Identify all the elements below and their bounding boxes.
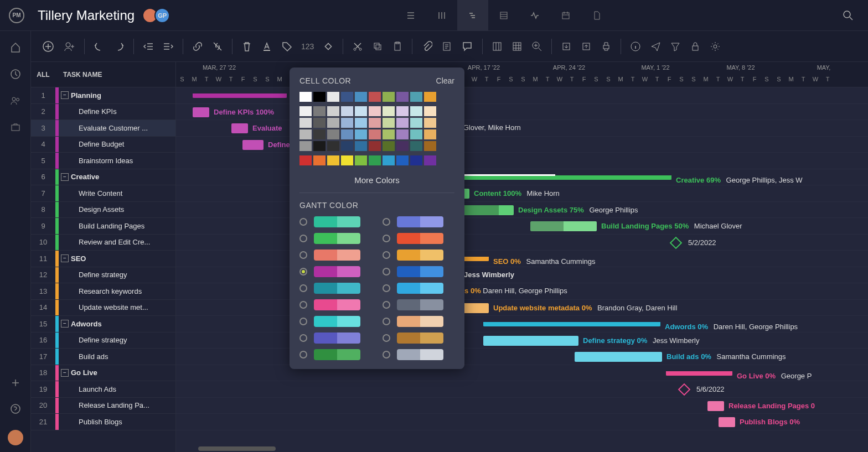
color-swatch[interactable] (327, 155, 339, 165)
color-swatch[interactable] (355, 155, 367, 165)
radio-icon[interactable] (383, 351, 390, 359)
help-icon[interactable] (10, 403, 21, 414)
gantt-task-bar[interactable]: Publish Blogs 0% (719, 417, 735, 427)
app-logo[interactable]: PM (9, 8, 24, 23)
task-row[interactable]: 5Brainstorm Ideas (31, 153, 175, 169)
gantt-color-option[interactable] (299, 266, 371, 277)
info-icon[interactable] (630, 41, 641, 52)
color-swatch[interactable] (341, 92, 353, 102)
color-swatch[interactable] (410, 155, 422, 165)
color-swatch[interactable] (383, 106, 395, 116)
view-activity-icon[interactable] (519, 0, 550, 31)
task-row[interactable]: 18−Go Live (31, 365, 175, 382)
gantt-color-option[interactable] (299, 233, 371, 244)
color-swatch[interactable] (327, 92, 339, 102)
color-swatch[interactable] (355, 141, 367, 151)
add-icon[interactable] (11, 378, 20, 388)
collapse-icon[interactable]: − (61, 91, 69, 99)
color-swatch[interactable] (355, 129, 367, 139)
avatar[interactable]: GP (154, 8, 170, 23)
color-swatch[interactable] (299, 92, 312, 102)
view-list-icon[interactable] (395, 0, 426, 31)
home-icon[interactable] (10, 42, 21, 53)
color-swatch[interactable] (327, 141, 339, 151)
gantt-color-option[interactable] (299, 332, 371, 344)
collapse-icon[interactable]: − (61, 320, 69, 328)
color-swatch[interactable] (410, 118, 422, 128)
radio-icon[interactable] (299, 251, 307, 259)
color-swatch[interactable] (327, 129, 339, 139)
gantt-summary-bar[interactable] (193, 93, 287, 98)
add-task-icon[interactable] (42, 40, 54, 53)
gantt-color-option[interactable] (383, 266, 454, 277)
task-row[interactable]: 1−Planning (31, 87, 175, 104)
radio-icon[interactable] (299, 334, 307, 342)
radio-icon[interactable] (299, 318, 307, 325)
color-swatch[interactable] (299, 141, 312, 151)
color-swatch[interactable] (299, 106, 312, 116)
color-swatch[interactable] (396, 92, 409, 102)
gantt-color-option[interactable] (299, 283, 371, 294)
color-swatch[interactable] (369, 92, 381, 102)
task-row[interactable]: 19Launch Ads (31, 381, 175, 398)
columns-icon[interactable] (492, 41, 503, 52)
milestone-icon[interactable] (678, 383, 691, 396)
project-title[interactable]: Tillery Marketing (38, 8, 135, 23)
color-swatch[interactable] (369, 118, 381, 128)
task-row[interactable]: 13Research keywords (31, 283, 175, 300)
gantt-color-option[interactable] (383, 316, 454, 327)
color-swatch[interactable] (327, 106, 339, 116)
color-swatch[interactable] (327, 118, 339, 128)
copy-icon[interactable] (372, 41, 383, 52)
radio-icon[interactable] (299, 268, 307, 276)
task-row[interactable]: 16Define strategy (31, 332, 175, 349)
gantt-color-option[interactable] (299, 349, 371, 360)
color-swatch[interactable] (410, 106, 422, 116)
send-icon[interactable] (650, 41, 661, 52)
task-row[interactable]: 3Evaluate Customer ... (31, 120, 175, 137)
redo-icon[interactable] (113, 41, 125, 52)
color-swatch[interactable] (383, 141, 395, 151)
gantt-task-bar[interactable]: Define strategy 0% Jess Wimberly (483, 336, 578, 346)
user-avatar[interactable] (8, 430, 23, 445)
text-color-icon[interactable] (261, 41, 272, 52)
column-header-all[interactable]: ALL (31, 71, 55, 79)
tag-icon[interactable] (281, 41, 292, 52)
color-swatch[interactable] (424, 106, 436, 116)
attach-icon[interactable] (421, 41, 432, 52)
color-swatch[interactable] (396, 155, 409, 165)
color-swatch[interactable] (341, 118, 353, 128)
color-swatch[interactable] (313, 129, 326, 139)
color-swatch[interactable] (313, 141, 326, 151)
task-row[interactable]: 11−SEO (31, 251, 175, 267)
task-row[interactable]: 17Build ads (31, 349, 175, 365)
color-swatch[interactable] (396, 118, 409, 128)
radio-icon[interactable] (383, 218, 390, 226)
gantt-task-bar[interactable]: Build Landing Pages 50% Michael Glover (530, 221, 597, 231)
radio-icon[interactable] (383, 301, 390, 309)
gantt-color-option[interactable] (383, 216, 454, 227)
radio-icon[interactable] (299, 218, 307, 226)
color-swatch[interactable] (313, 155, 326, 165)
color-swatch[interactable] (369, 106, 381, 116)
add-user-icon[interactable] (63, 40, 75, 53)
zoom-icon[interactable] (531, 41, 542, 52)
color-swatch[interactable] (410, 141, 422, 151)
color-swatch[interactable] (396, 141, 409, 151)
milestone-icon[interactable] (670, 236, 683, 249)
radio-icon[interactable] (383, 284, 390, 292)
task-row[interactable]: 15−Adwords (31, 316, 175, 332)
color-swatch[interactable] (424, 118, 436, 128)
milestone-icon[interactable] (323, 41, 334, 52)
task-row[interactable]: 21Publish Blogs (31, 414, 175, 430)
gantt-color-option[interactable] (383, 299, 454, 310)
color-swatch[interactable] (410, 92, 422, 102)
grid-icon[interactable] (512, 41, 523, 52)
color-swatch[interactable] (355, 92, 367, 102)
unlink-icon[interactable] (212, 41, 223, 52)
task-row[interactable]: 2Define KPIs (31, 104, 175, 121)
radio-icon[interactable] (383, 235, 390, 242)
color-swatch[interactable] (424, 155, 436, 165)
gantt-color-option[interactable] (383, 283, 454, 294)
gantt-color-option[interactable] (383, 233, 454, 244)
